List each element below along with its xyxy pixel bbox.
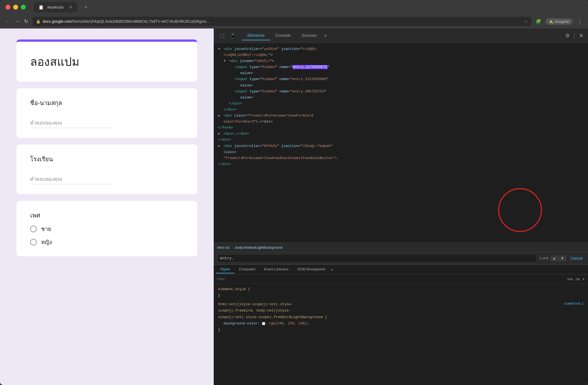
styles-content: element.style { } viewform:1 html:not([s… [214, 284, 588, 385]
radio-row-female: หญิง [30, 238, 184, 247]
css-selector-freebird-3: scope]):not(.style-scope).freebirdLightB… [218, 315, 327, 319]
browser-window: 📋 ลองสแปม ✕ + ← → ↻ 🔒 docs.google.com/fo… [0, 0, 588, 385]
device-mode-button[interactable]: 📱 [228, 31, 238, 40]
css-rule-element-style: element.style { } [218, 286, 584, 299]
search-bar: 1 of 6 ▲ ▼ Cancel [214, 252, 588, 264]
breadcrumb-bar: html.m2 › body.freebirdLightBackground [214, 242, 588, 252]
back-button[interactable]: ← [5, 19, 10, 24]
extensions-icon[interactable]: 🧩 [536, 19, 541, 24]
url-text: docs.google.com/forms/d/e/1FAIpQLSckt2dk… [43, 19, 209, 24]
search-cancel-button[interactable]: Cancel [568, 255, 585, 262]
field-input-school[interactable]: คำตอบของคุณ [30, 175, 112, 184]
browser-menu-button[interactable]: ⋮ [577, 18, 583, 25]
field-label-school: โรงเรียน [30, 154, 184, 164]
maximize-traffic-light[interactable] [21, 5, 26, 10]
titlebar: 📋 ลองสแปม ✕ + [0, 0, 588, 14]
radio-row-male: ชาย [30, 225, 184, 233]
add-style-button[interactable]: + [582, 277, 585, 282]
form-content: ลองสแปม ชื่อ-นามสกุล คำตอบของคุณ โรงเรีย… [0, 29, 214, 274]
devtools-tabs: Elements Console Sources » [242, 31, 329, 40]
form-field-gender: เพศ ชาย หญิง [16, 201, 197, 256]
color-swatch[interactable] [262, 322, 265, 325]
cls-filter-button[interactable]: .cls [575, 277, 580, 281]
css-selector-freebird: html:not([style-scope]):not(.style- [218, 302, 293, 306]
styles-more-tabs[interactable]: » [331, 267, 333, 272]
close-traffic-light[interactable] [5, 5, 10, 10]
dom-line: value> [218, 83, 584, 89]
dom-line: value> [218, 95, 584, 101]
traffic-lights [5, 5, 26, 10]
radio-male[interactable] [30, 226, 37, 232]
devtools-more-tabs[interactable]: » [322, 31, 329, 40]
incognito-icon: 🕵 [549, 19, 553, 24]
devtools-settings-button[interactable]: ⚙ [565, 33, 570, 39]
radio-female[interactable] [30, 239, 37, 245]
url-path: /forms/d/e/1FAIpQLSckt2dk8DO9GmB66CkL7Sd… [72, 19, 209, 24]
dom-line: ▼ <div jscontroller="yo54ze" jsaction="r… [218, 46, 584, 52]
minimize-traffic-light[interactable] [13, 5, 18, 10]
breadcrumb-body[interactable]: body.freebirdLightBackground [235, 245, 283, 250]
styles-filter-input[interactable] [217, 277, 564, 281]
tab-icon: 📋 [38, 5, 44, 10]
tab-computed[interactable]: Computed [234, 265, 259, 273]
dom-line: ▶ <div jscontroller="KFVhZe" jsaction="J… [218, 143, 584, 149]
new-tab-button[interactable]: + [84, 4, 88, 11]
field-input-name[interactable]: คำตอบของคุณ [30, 119, 112, 128]
dom-line: </form> [218, 125, 584, 131]
search-prev-button[interactable]: ▲ [550, 255, 558, 261]
styles-tabs: Styles Computed Event Listeners DOM Brea… [214, 265, 588, 274]
viewform-link[interactable]: viewform:1 [564, 301, 584, 307]
dom-tree: ▼ <div jscontroller="yo54ze" jsaction="r… [214, 43, 588, 242]
expand-arrow[interactable]: ▼ [224, 59, 226, 63]
filter-bar: :hov .cls + [214, 274, 588, 284]
tab-close-button[interactable]: ✕ [69, 5, 73, 10]
address-box[interactable]: 🔒 docs.google.com/forms/d/e/1FAIpQLSckt2… [33, 17, 531, 26]
dom-line: <input type="hidden" name="entry.1219355… [218, 76, 584, 82]
dom-line: value> [218, 70, 584, 76]
dom-line-input-highlight: <input type="hidden" name="entry.1176583… [218, 64, 584, 70]
dom-line: class= [218, 149, 584, 155]
search-next-button[interactable]: ▼ [559, 255, 566, 261]
devtools-close-button[interactable]: ✕ [579, 32, 584, 39]
dom-search-input[interactable] [217, 254, 537, 262]
address-bar: ← → ↻ 🔒 docs.google.com/forms/d/e/1FAIpQ… [0, 14, 588, 29]
forward-button[interactable]: → [15, 19, 20, 24]
tab-dom-breakpoints[interactable]: DOM Breakpoints [293, 265, 330, 273]
css-close-brace-2: } [218, 328, 220, 332]
dom-line: "freebirdFormviewerViewFeedbackSubmitFee… [218, 155, 584, 161]
tab-console[interactable]: Console [270, 31, 296, 40]
tab-styles[interactable]: Styles [216, 265, 234, 273]
expand-arrow[interactable]: ▼ [218, 47, 220, 51]
form-title-card: ลองสแปม [16, 39, 197, 82]
incognito-badge: 🕵 Incognito [546, 18, 573, 25]
radio-label-female: หญิง [41, 238, 52, 247]
search-navigation: ▲ ▼ [550, 255, 566, 261]
devtools-more-menu[interactable]: ⋮ [572, 33, 577, 39]
breadcrumb-separator: › [232, 245, 233, 250]
dom-line: exportFormCard">…</div> [218, 119, 584, 125]
field-label-name: ชื่อ-นามสกุล [30, 98, 184, 108]
form-area: ลองสแปม ชื่อ-นามสกุล คำตอบของคุณ โรงเรีย… [0, 29, 214, 385]
inspect-element-button[interactable]: ⬚ [218, 31, 226, 40]
pseudo-filter-button[interactable]: :hov [567, 277, 573, 281]
dom-line: </div> [218, 101, 584, 107]
devtools-toolbar: ⬚ 📱 Elements Console Sources » ⚙ ⋮ ✕ [214, 29, 588, 43]
tab-sources[interactable]: Sources [296, 31, 322, 40]
tab-elements[interactable]: Elements [242, 31, 270, 40]
bookmark-icon[interactable]: ☆ [524, 19, 528, 24]
search-count: 1 of 6 [539, 256, 548, 260]
tab-event-listeners[interactable]: Event Listeners [259, 265, 293, 273]
css-rule-freebird: viewform:1 html:not([style-scope]):not(.… [218, 301, 584, 333]
refresh-button[interactable]: ↻ [24, 18, 28, 24]
dom-tag: <div [224, 47, 234, 51]
field-label-gender: เพศ [30, 211, 184, 220]
css-property-bg: background-color: [224, 321, 260, 325]
css-close-brace: } [218, 293, 220, 298]
tab-title: ลองสแปม [47, 4, 64, 10]
breadcrumb-html[interactable]: html.m2 [217, 245, 230, 250]
tab-bar: 📋 ลองสแปม ✕ [34, 2, 77, 12]
lock-icon: 🔒 [36, 19, 41, 24]
dom-line: ▼ <div jsname="o6bZLc"> [218, 58, 584, 64]
form-title: ลองสแปม [30, 53, 184, 71]
dom-line: ▶ <div>…</div> [218, 131, 584, 137]
